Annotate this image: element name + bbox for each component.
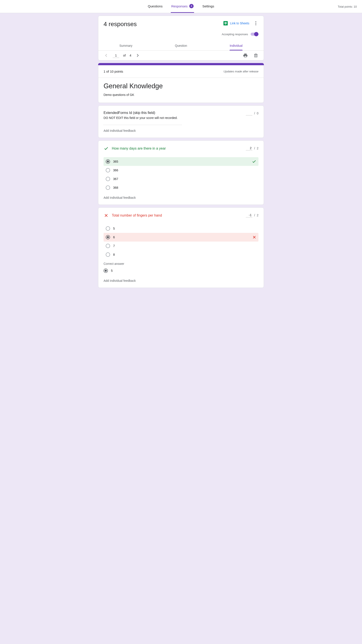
responses-card: 4 responses Link to Sheets Accepting res… (98, 16, 264, 60)
delete-button[interactable] (253, 53, 258, 58)
next-response-button[interactable] (135, 53, 140, 58)
tab-responses[interactable]: Responses 4 (171, 0, 194, 13)
option-7[interactable]: 7 (104, 242, 258, 250)
add-feedback-button[interactable]: Add individual feedback (104, 129, 258, 132)
question-card-days: How many days are there in a year 2 / 2 … (98, 140, 264, 205)
prev-response-button[interactable] (104, 53, 109, 58)
tab-settings[interactable]: Settings (202, 0, 214, 13)
check-icon (104, 146, 109, 151)
points-input[interactable]: -1 (246, 213, 252, 218)
tab-questions[interactable]: Questions (148, 0, 163, 13)
option-label: 5 (111, 269, 113, 272)
question-subtext: DO NOT EDIT this field or your score wil… (104, 116, 178, 120)
option-6[interactable]: 6 (104, 233, 258, 242)
option-label: 366 (113, 168, 118, 172)
responses-tab-summary[interactable]: Summary (98, 41, 153, 50)
option-label: 367 (113, 177, 118, 181)
print-button[interactable] (243, 53, 248, 58)
form-header-card: 1 of 10 points Updates made after releas… (98, 63, 264, 103)
option-368[interactable]: 368 (104, 183, 258, 192)
tab-responses-label: Responses (171, 4, 188, 8)
x-icon (104, 213, 109, 218)
form-title: General Knowledge (104, 82, 258, 90)
check-icon (252, 159, 256, 164)
add-feedback-button[interactable]: Add individual feedback (104, 279, 258, 282)
question-card-fingers: Total number of fingers per hand -1 / 2 … (98, 208, 264, 288)
updates-note: Updates made after release (224, 70, 258, 73)
slash-label: / (254, 146, 255, 150)
chevron-left-icon (105, 54, 107, 57)
responses-count-badge: 4 (189, 4, 194, 8)
option-365[interactable]: 365 (104, 157, 258, 166)
question-title: Total number of fingers per hand (112, 214, 162, 218)
responses-tab-individual[interactable]: Individual (209, 41, 264, 50)
option-367[interactable]: 367 (104, 174, 258, 183)
question-title: ExtendedForms Id (skip this field) (104, 111, 178, 115)
option-366[interactable]: 366 (104, 166, 258, 174)
radio-unselected-icon (106, 186, 110, 190)
option-label: 368 (113, 186, 118, 189)
sheets-icon (223, 21, 228, 26)
form-description: Demo questions of GK (104, 93, 258, 96)
pager-total: 4 (130, 54, 131, 57)
slash-label: / (254, 112, 255, 115)
form-accent-bar (98, 63, 264, 65)
answer-line (104, 125, 182, 125)
accepting-responses-label: Accepting responses (222, 32, 248, 36)
total-points-label: Total points: 10 (338, 5, 357, 8)
print-icon (243, 53, 248, 58)
svg-rect-0 (254, 54, 257, 57)
question-title: How many days are there in a year (112, 146, 166, 150)
score-summary: 1 of 10 points (104, 70, 123, 73)
more-menu-button[interactable] (253, 21, 258, 26)
trash-icon (254, 53, 258, 58)
radio-unselected-icon (106, 252, 110, 257)
correct-answer-option: 5 (104, 266, 258, 275)
radio-selected-icon (106, 159, 110, 164)
correct-answer-label: Correct answer (104, 262, 258, 266)
option-label: 5 (113, 227, 115, 230)
slash-label: / (254, 214, 255, 217)
points-max: 0 (257, 112, 258, 115)
option-label: 7 (113, 244, 115, 248)
radio-selected-icon (106, 235, 110, 240)
option-label: 6 (113, 236, 115, 239)
add-feedback-button[interactable]: Add individual feedback (104, 196, 258, 199)
points-input[interactable] (246, 111, 252, 116)
chevron-right-icon (137, 54, 139, 57)
option-label: 365 (113, 160, 118, 163)
radio-unselected-icon (106, 244, 110, 248)
top-tabs-bar: Questions Responses 4 Settings Total poi… (0, 0, 362, 13)
radio-selected-icon (104, 268, 108, 273)
radio-unselected-icon (106, 226, 110, 231)
response-number-input[interactable]: 1 (113, 53, 119, 58)
option-5[interactable]: 5 (104, 224, 258, 233)
points-max: 2 (257, 214, 258, 217)
radio-unselected-icon (106, 177, 110, 181)
link-to-sheets-label: Link to Sheets (230, 22, 249, 25)
responses-title: 4 responses (104, 21, 137, 28)
option-label: 8 (113, 253, 115, 256)
option-8[interactable]: 8 (104, 250, 258, 259)
link-to-sheets-button[interactable]: Link to Sheets (223, 21, 249, 26)
x-icon (252, 235, 256, 239)
accepting-responses-toggle[interactable] (251, 32, 258, 36)
question-card-extid: ExtendedForms Id (skip this field) DO NO… (98, 106, 264, 138)
pager-of-label: of (123, 54, 126, 57)
points-input[interactable]: 2 (246, 146, 252, 150)
points-max: 2 (257, 146, 258, 150)
radio-unselected-icon (106, 168, 110, 172)
responses-tab-question[interactable]: Question (153, 41, 208, 50)
